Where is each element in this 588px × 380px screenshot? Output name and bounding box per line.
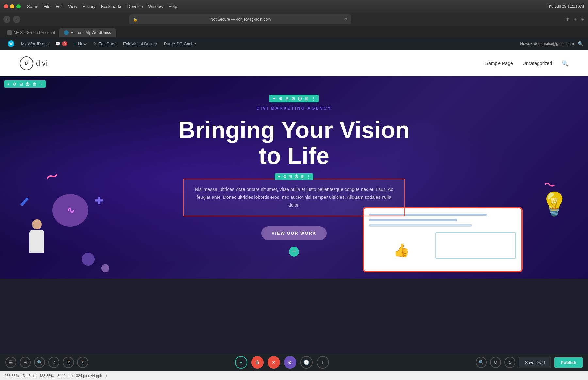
wp-logo-item[interactable]: W — [5, 37, 18, 50]
module-copy-icon[interactable]: ⊞ — [289, 174, 292, 179]
wp-admin-bar: W My WordPress 💬 0 + New ✎ Edit Page Exi… — [0, 37, 588, 50]
comment-icon: 💬 — [55, 41, 60, 46]
section-toolbar[interactable]: ✦ ⚙ ⊞ ⏻ 🗑 ⋮ — [4, 80, 46, 88]
sidebar-toggle-icon[interactable]: ⊞ — [581, 17, 585, 22]
menu-help[interactable]: Help — [169, 4, 177, 9]
resolution-info: 3440 px x 1324 px (144 ppi) — [57, 374, 102, 378]
bt-clock-icon[interactable]: 🕐 — [300, 356, 313, 369]
wp-site-name: My WordPress — [21, 41, 49, 46]
row-layout-icon[interactable]: ⊠ — [291, 96, 295, 101]
nav-uncategorized[interactable]: Uncategorized — [523, 61, 552, 66]
bt-settings-icon[interactable]: ⚙ — [284, 356, 296, 369]
tab-siteground[interactable]: My SiteGround Account — [3, 28, 59, 37]
wp-edit-label: Edit Page — [98, 41, 117, 46]
bt-search-right-icon[interactable]: 🔍 — [476, 357, 487, 368]
row-delete-icon[interactable]: 🗑 — [304, 96, 309, 101]
wp-exit-builder-item[interactable]: Exit Visual Builder — [120, 37, 161, 50]
wp-new-label: New — [78, 41, 87, 46]
search-icon[interactable]: 🔍 — [578, 41, 583, 46]
menu-file[interactable]: File — [43, 4, 50, 9]
share-icon[interactable]: ⬆ — [566, 17, 570, 22]
wp-comments-item[interactable]: 💬 0 — [52, 37, 71, 50]
zoom-percent: 133.33% — [5, 374, 19, 378]
tab-siteground-label: My SiteGround Account — [14, 30, 55, 35]
bt-delete-icon[interactable]: 🗑 — [251, 356, 264, 369]
hero-body-text: Nisl massa, ultrices vitae ornare sit am… — [193, 186, 395, 209]
row-toolbar[interactable]: ✦ ⚙ ⊞ ⊠ ⏻ 🗑 ⋮ — [269, 95, 319, 102]
deco-purple-circle-2 — [101, 264, 109, 272]
comments-count: 0 — [62, 41, 67, 46]
new-tab-icon[interactable]: ＋ — [573, 16, 578, 22]
tab-wordpress[interactable]: Home – My WordPress — [59, 28, 116, 37]
bottom-toolbar-left: ☰ ⊞ 🔍 🖥 📱 📱 — [5, 357, 88, 368]
bt-grid-icon[interactable]: ⊞ — [20, 357, 31, 368]
wp-new-item[interactable]: + New — [71, 37, 90, 50]
save-draft-button[interactable]: Save Draft — [519, 357, 551, 368]
bt-desktop-icon[interactable]: 🖥 — [48, 357, 59, 368]
refresh-icon[interactable]: ↻ — [344, 17, 347, 22]
site-nav: Sample Page Uncategorized 🔍 — [485, 60, 568, 67]
logo-text: divi — [36, 59, 48, 68]
bt-arrows-icon[interactable]: ↕ — [317, 356, 329, 369]
row-settings-icon[interactable]: ⚙ — [279, 96, 283, 101]
minimize-button[interactable] — [10, 4, 14, 8]
traffic-lights[interactable] — [4, 4, 21, 8]
bt-search-icon[interactable]: 🔍 — [34, 357, 45, 368]
menu-history[interactable]: History — [82, 4, 95, 9]
wp-site-name-item[interactable]: My WordPress — [18, 37, 52, 50]
bt-close-icon[interactable]: ✕ — [268, 356, 280, 369]
bt-undo-icon[interactable]: ↺ — [490, 357, 501, 368]
module-toolbar[interactable]: ✦ ⚙ ⊞ ⏻ 🗑 ⋮ — [275, 173, 313, 180]
bt-add-icon[interactable]: + — [235, 356, 247, 369]
wp-edit-page-item[interactable]: ✎ Edit Page — [90, 37, 120, 50]
add-section-button[interactable]: + — [289, 247, 299, 257]
bt-redo-icon[interactable]: ↻ — [504, 357, 515, 368]
close-button[interactable] — [4, 4, 8, 8]
module-more-icon[interactable]: ⋮ — [307, 174, 311, 179]
bt-tablet-icon[interactable]: 📱 — [63, 357, 74, 368]
section-power-icon[interactable]: ⏻ — [25, 82, 30, 87]
row-columns-icon[interactable]: ⊞ — [285, 96, 289, 101]
fullscreen-button[interactable] — [16, 4, 21, 8]
forward-button[interactable]: › — [13, 16, 20, 23]
menu-window[interactable]: Window — [148, 4, 163, 9]
module-power-icon[interactable]: ⏻ — [294, 174, 298, 179]
wp-purge-cache-item[interactable]: Purge SG Cache — [161, 37, 199, 50]
publish-button[interactable]: Publish — [554, 357, 583, 368]
titlebar: Safari File Edit View History Bookmarks … — [0, 0, 588, 12]
menu-view[interactable]: View — [68, 4, 77, 9]
module-delete-icon[interactable]: 🗑 — [301, 174, 304, 179]
menu-develop[interactable]: Develop — [127, 4, 143, 9]
menu-bookmarks[interactable]: Bookmarks — [101, 4, 122, 9]
zoom-display: 133.33% — [40, 374, 54, 378]
hero-subtitle: DIVI MARKETING AGENCY — [13, 106, 575, 111]
browser-right-controls: ⬆ ＋ ⊞ — [566, 16, 585, 22]
nav-sample-page[interactable]: Sample Page — [485, 61, 513, 66]
browser-tabs: My SiteGround Account Home – My WordPres… — [0, 26, 588, 37]
bt-menu-icon[interactable]: ☰ — [5, 357, 16, 368]
site-search-icon[interactable]: 🔍 — [562, 60, 568, 67]
section-delete-icon[interactable]: 🗑 — [32, 82, 37, 87]
row-add-icon[interactable]: ✦ — [272, 96, 276, 101]
row-more-icon[interactable]: ⋮ — [311, 96, 316, 101]
page-area: D divi Sample Page Uncategorized 🔍 ✦ ⚙ ⊞… — [0, 50, 588, 371]
module-add-icon[interactable]: ✦ — [277, 174, 281, 179]
section-settings-icon[interactable]: ⚙ — [13, 82, 17, 87]
bt-mobile-icon[interactable]: 📱 — [77, 357, 88, 368]
address-bar[interactable]: 🔒 Not Secure — donjetv.sg-host.com ↻ — [129, 14, 351, 24]
module-settings-icon[interactable]: ⚙ — [283, 174, 286, 179]
hero-cta-button[interactable]: VIEW OUR WORK — [261, 226, 327, 240]
hero-text-module[interactable]: ✦ ⚙ ⊞ ⏻ 🗑 ⋮ Nisl massa, ultrices vitae o… — [183, 179, 405, 216]
section-add-icon[interactable]: ✦ — [7, 82, 10, 87]
datetime: Thu Jun 29 11:11 AM — [547, 4, 584, 8]
wp-exit-builder-label: Exit Visual Builder — [123, 41, 157, 46]
section-grid-icon[interactable]: ⊞ — [19, 82, 23, 87]
back-button[interactable]: ‹ — [3, 16, 10, 23]
hero-cta-container: VIEW OUR WORK — [13, 226, 575, 247]
siteground-favicon — [7, 30, 12, 35]
section-more-icon[interactable]: ⋮ — [39, 82, 43, 87]
row-power-icon[interactable]: ⏻ — [298, 96, 302, 101]
menu-edit[interactable]: Edit — [56, 4, 63, 9]
browser-chrome: ‹ › 🔒 Not Secure — donjetv.sg-host.com ↻… — [0, 12, 588, 26]
status-bar: 133.33% 3446 px 133.33% 3440 px x 1324 p… — [0, 371, 588, 380]
